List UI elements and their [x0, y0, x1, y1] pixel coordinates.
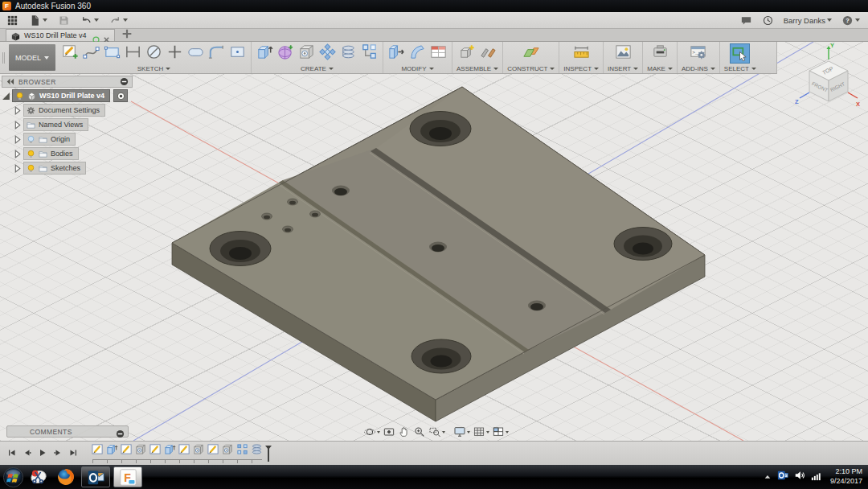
viewport-canvas[interactable]: MODEL SKETCHCREATEMODIFYASSEMBLECONSTRUC… — [0, 42, 868, 441]
browser-item[interactable]: Document Settings — [23, 104, 105, 117]
print3d-button[interactable] — [651, 43, 669, 64]
fillet-button[interactable] — [207, 43, 226, 64]
timeline-feature-hole[interactable] — [135, 443, 147, 458]
scripts-button[interactable]: >_ — [689, 43, 707, 64]
point-button[interactable] — [166, 43, 184, 64]
display-settings-button[interactable] — [453, 425, 470, 438]
browser-row-sketches[interactable]: Sketches — [2, 162, 143, 175]
counterbore-hole-right[interactable] — [614, 228, 672, 261]
play-button[interactable] — [38, 446, 47, 461]
collapse-panel-icon[interactable] — [6, 77, 14, 86]
apps-grid-button[interactable] — [6, 14, 18, 27]
step-forward-button[interactable] — [53, 446, 63, 461]
expander-icon[interactable] — [13, 135, 22, 144]
slot-button[interactable] — [186, 43, 205, 64]
clock[interactable]: 2:10 PM 9/24/2017 — [828, 467, 862, 486]
browser-item[interactable]: Bodies — [23, 147, 79, 160]
ribbon-group-label[interactable]: ASSEMBLE — [457, 65, 498, 72]
create-sketch-button[interactable] — [61, 43, 80, 64]
ribbon-group-label[interactable]: ADD-INS — [682, 65, 715, 72]
toolbar-grip[interactable] — [0, 42, 7, 73]
new-tab-button[interactable] — [121, 30, 133, 41]
ribbon-group-label[interactable]: SKETCH — [137, 65, 170, 72]
orbit-button[interactable] — [363, 425, 380, 438]
ribbon-group-label[interactable]: MODIFY — [401, 65, 433, 72]
bulb-off-icon[interactable] — [27, 135, 35, 144]
circle-tool-button[interactable] — [145, 43, 163, 64]
browser-root-item[interactable]: WS10 Drill Plate v4 — [12, 89, 110, 102]
undo-button[interactable] — [80, 14, 99, 27]
user-menu[interactable]: Barry Danks — [784, 16, 832, 25]
panel-options-icon[interactable] — [120, 77, 129, 86]
comment-button[interactable] — [740, 14, 752, 27]
spline-button[interactable] — [82, 43, 100, 64]
zoom-button[interactable] — [413, 425, 426, 438]
expander-icon[interactable] — [13, 121, 22, 129]
hidden-icons-tray-icon[interactable] — [764, 470, 772, 484]
joint-button[interactable] — [479, 43, 497, 64]
counterbore-hole-bottom[interactable] — [411, 339, 471, 373]
volume-tray-icon[interactable] — [794, 470, 805, 484]
ribbon-group-label[interactable]: INSPECT — [563, 65, 599, 72]
select-box-button[interactable] — [730, 43, 750, 64]
panel-options-icon[interactable] — [116, 427, 125, 436]
workspace-selector[interactable]: MODEL — [9, 44, 55, 71]
counterbore-hole-left[interactable] — [210, 232, 271, 266]
counterbore-hole-top[interactable] — [410, 112, 471, 146]
hole-button[interactable] — [297, 43, 316, 64]
grid-settings-button[interactable] — [473, 425, 489, 438]
step-back-button[interactable] — [23, 446, 32, 461]
look-at-button[interactable] — [383, 425, 395, 438]
dimension-button[interactable] — [124, 43, 142, 64]
expander-open-icon[interactable] — [2, 92, 10, 101]
document-tab[interactable]: WS10 Drill Plate v4 — [6, 29, 115, 41]
ribbon-group-label[interactable]: CONSTRUCT — [507, 65, 555, 72]
timeline-feature-sketch[interactable] — [178, 443, 190, 458]
browser-item[interactable]: Origin — [23, 133, 76, 146]
form-button[interactable] — [276, 43, 295, 64]
snipping-tool-taskbar-icon[interactable] — [27, 466, 50, 487]
zoom-window-button[interactable] — [428, 425, 445, 438]
expander-icon[interactable] — [13, 106, 22, 115]
insert-image-button[interactable] — [614, 43, 633, 64]
timeline-feature-sketch[interactable] — [207, 443, 219, 458]
extrude-button[interactable] — [256, 43, 274, 64]
outlook-taskbar-button[interactable] — [81, 466, 110, 487]
outlook-tray-tray-icon[interactable] — [777, 470, 788, 484]
comments-panel[interactable]: COMMENTS — [6, 425, 129, 438]
viewports-button[interactable] — [492, 425, 509, 438]
new-component-button[interactable] — [458, 43, 477, 64]
browser-row-origin[interactable]: Origin — [2, 133, 143, 146]
firefox-taskbar-icon[interactable] — [55, 466, 77, 487]
browser-item[interactable]: Named Views — [23, 118, 88, 131]
clock-button[interactable] — [762, 14, 774, 27]
bulb-on-icon[interactable] — [27, 150, 35, 158]
coil-button[interactable] — [339, 43, 358, 64]
measure-button[interactable] — [572, 43, 591, 64]
timeline-feature-sketch[interactable] — [149, 443, 162, 458]
pattern-button[interactable] — [318, 43, 337, 64]
timeline-feature-sketch[interactable] — [121, 443, 133, 458]
derive-button[interactable] — [360, 43, 379, 64]
timeline-feature-extrude[interactable] — [106, 443, 118, 458]
start-button[interactable] — [2, 466, 25, 489]
browser-item[interactable]: Sketches — [23, 162, 86, 175]
browser-row-bodies[interactable]: Bodies — [2, 147, 143, 160]
timeline-feature-pattern[interactable] — [236, 443, 248, 458]
timeline-feature-sketch[interactable] — [92, 443, 104, 458]
go-start-button[interactable] — [7, 446, 17, 461]
fillet-face-button[interactable] — [408, 43, 427, 64]
browser-row-named-views[interactable]: Named Views — [2, 118, 143, 131]
ribbon-group-label[interactable]: SELECT — [724, 65, 756, 72]
network-tray-icon[interactable] — [811, 470, 822, 484]
timeline-feature-extrude[interactable] — [164, 443, 176, 458]
browser-header[interactable]: BROWSER — [2, 76, 133, 88]
close-tab-icon[interactable] — [103, 32, 110, 39]
browser-row-document-settings[interactable]: Document Settings — [2, 104, 143, 117]
bulb-on-icon[interactable] — [15, 92, 24, 101]
plane-button[interactable] — [522, 43, 540, 64]
save-button[interactable] — [58, 14, 70, 27]
expander-icon[interactable] — [13, 150, 22, 158]
file-button[interactable] — [29, 14, 47, 27]
timeline-feature-hole[interactable] — [193, 443, 205, 458]
